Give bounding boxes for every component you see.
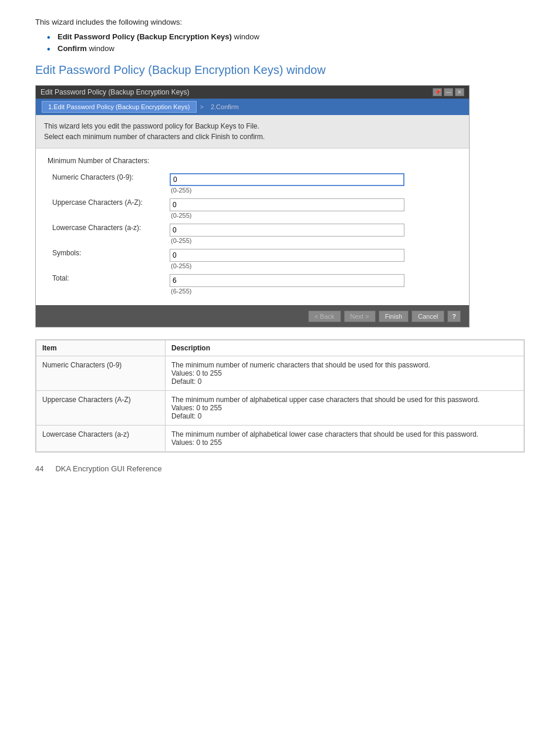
description-line-2: Select each minimum number of characters… [44, 131, 461, 142]
field-value-symbols: (0-255) [165, 247, 457, 272]
ref-desc-uppercase-default: Default: 0 [171, 412, 201, 420]
field-value-uppercase: (0-255) [165, 196, 457, 221]
ref-desc-lowercase-values: Values: 0 to 255 [171, 438, 222, 447]
dialog-window: Edit Password Policy (Backup Encryption … [35, 85, 470, 328]
bullet-rest-2: window [87, 44, 114, 53]
field-label-symbols: Symbols: [48, 247, 165, 272]
total-input[interactable] [170, 274, 404, 287]
field-value-numeric: (0-255) [165, 171, 457, 196]
field-row-numeric: Numeric Characters (0-9): (0-255) [48, 171, 457, 196]
uppercase-input[interactable] [170, 198, 404, 211]
page-footer-text: DKA Encryption GUI Reference [55, 464, 161, 473]
ref-row-numeric: Numeric Characters (0-9) The minimum num… [36, 356, 524, 391]
ref-item-lowercase: Lowercase Characters (a-z) [36, 426, 166, 452]
titlebar-controls: 📌 — ✕ [433, 88, 464, 96]
ref-item-numeric: Numeric Characters (0-9) [36, 356, 166, 391]
ref-desc-uppercase-values: Values: 0 to 255 [171, 404, 222, 412]
pin-button[interactable]: 📌 [433, 88, 442, 96]
help-button[interactable]: ? [447, 310, 461, 322]
next-button[interactable]: Next > [344, 310, 376, 322]
ref-desc-numeric-default: Default: 0 [171, 377, 201, 386]
bullet-list: Edit Password Policy (Backup Encryption … [47, 32, 525, 53]
field-label-lowercase: Lowercase Characters (a-z): [48, 221, 165, 247]
ref-desc-uppercase-text: The minimum number of alphabetical upper… [171, 396, 480, 404]
page-number: 44 [35, 464, 43, 473]
ref-table-header-row: Item Description [36, 340, 524, 356]
step-1-active[interactable]: 1.Edit Password Policy (Backup Encryptio… [42, 101, 197, 113]
ref-table: Item Description Numeric Characters (0-9… [36, 340, 524, 452]
field-row-symbols: Symbols: (0-255) [48, 247, 457, 272]
dialog-steps: 1.Edit Password Policy (Backup Encryptio… [36, 99, 469, 115]
ref-header-description: Description [166, 340, 524, 356]
dialog-footer: < Back Next > Finish Cancel ? [36, 305, 469, 327]
bullet-item-1: Edit Password Policy (Backup Encryption … [47, 32, 525, 41]
page-footer: 44 DKA Encryption GUI Reference [0, 453, 560, 485]
intro-text: This wizard includes the following windo… [35, 18, 525, 26]
form-section-label: Minimum Number of Characters: [48, 157, 457, 165]
minimize-button[interactable]: — [444, 88, 453, 96]
ref-desc-numeric: The minimum number of numeric characters… [166, 356, 524, 391]
field-row-lowercase: Lowercase Characters (a-z): (0-255) [48, 221, 457, 247]
ref-desc-lowercase: The minimum number of alphabetical lower… [166, 426, 524, 452]
back-button[interactable]: < Back [308, 310, 341, 322]
ref-desc-uppercase: The minimum number of alphabetical upper… [166, 391, 524, 426]
lowercase-range: (0-255) [170, 237, 453, 244]
symbols-range: (0-255) [170, 262, 453, 269]
ref-desc-lowercase-text: The minimum number of alphabetical lower… [171, 430, 478, 438]
ref-desc-numeric-values: Values: 0 to 255 [171, 369, 222, 377]
ref-item-uppercase: Uppercase Characters (A-Z) [36, 391, 166, 426]
finish-button[interactable]: Finish [379, 310, 409, 322]
field-label-total: Total: [48, 272, 165, 297]
bullet-bold-1: Edit Password Policy (Backup Encryption … [58, 32, 232, 41]
field-value-lowercase: (0-255) [165, 221, 457, 247]
uppercase-range: (0-255) [170, 212, 453, 219]
dialog-form-area: Minimum Number of Characters: Numeric Ch… [36, 148, 469, 305]
step-2-inactive: 2.Confirm [207, 102, 242, 112]
field-label-uppercase: Uppercase Characters (A-Z): [48, 196, 165, 221]
ref-row-uppercase: Uppercase Characters (A-Z) The minimum n… [36, 391, 524, 426]
close-button[interactable]: ✕ [455, 88, 464, 96]
field-label-numeric: Numeric Characters (0-9): [48, 171, 165, 196]
total-range: (6-255) [170, 288, 453, 295]
numeric-range: (0-255) [170, 187, 453, 194]
bullet-rest-1: window [232, 32, 259, 41]
cancel-button[interactable]: Cancel [411, 310, 444, 322]
field-value-total: (6-255) [165, 272, 457, 297]
description-line-1: This wizard lets you edit the password p… [44, 121, 461, 131]
ref-row-lowercase: Lowercase Characters (a-z) The minimum n… [36, 426, 524, 452]
field-row-uppercase: Uppercase Characters (A-Z): (0-255) [48, 196, 457, 221]
ref-desc-numeric-text: The minimum number of numeric characters… [171, 361, 430, 369]
field-row-total: Total: (6-255) [48, 272, 457, 297]
bullet-bold-2: Confirm [58, 44, 87, 53]
numeric-input[interactable] [170, 173, 404, 186]
symbols-input[interactable] [170, 249, 404, 262]
ref-header-item: Item [36, 340, 166, 356]
section-heading: Edit Password Policy (Backup Encryption … [35, 63, 525, 77]
step-separator: > [200, 103, 204, 110]
bullet-item-2: Confirm window [47, 44, 525, 53]
dialog-description: This wizard lets you edit the password p… [36, 115, 469, 148]
dialog-titlebar: Edit Password Policy (Backup Encryption … [36, 86, 469, 99]
dialog-title: Edit Password Policy (Backup Encryption … [41, 88, 189, 96]
ref-table-container: Item Description Numeric Characters (0-9… [35, 339, 525, 453]
form-table: Numeric Characters (0-9): (0-255) Upperc… [48, 171, 457, 297]
lowercase-input[interactable] [170, 224, 404, 237]
